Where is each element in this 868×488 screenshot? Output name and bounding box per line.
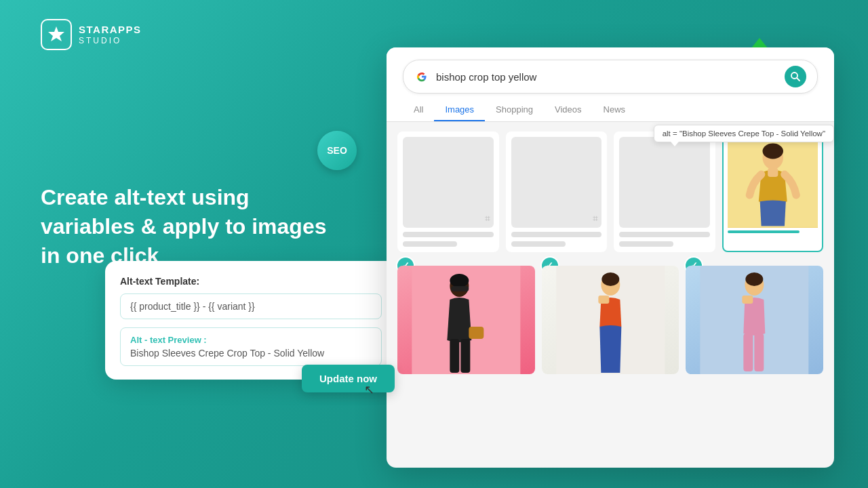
tab-images[interactable]: Images: [434, 99, 485, 121]
svg-rect-25: [755, 333, 764, 371]
logo: STARAPPS STUDIO: [41, 19, 142, 50]
star-icon: [47, 25, 66, 44]
svg-rect-19: [598, 296, 609, 304]
bottom-image-2: [542, 266, 679, 374]
cursor-icon: ↖: [364, 382, 374, 397]
template-input[interactable]: [120, 293, 382, 319]
tab-all[interactable]: All: [403, 99, 434, 121]
browser-window: bishop crop top yellow All Images Shoppi…: [387, 47, 834, 468]
search-query[interactable]: bishop crop top yellow: [436, 71, 778, 83]
text-line-1a: [403, 232, 494, 237]
tagline: Create alt-text using variables & apply …: [41, 183, 332, 271]
image-grid-top: ⌗ ⌗: [387, 122, 834, 262]
tab-videos[interactable]: Videos: [544, 99, 593, 121]
grid-cell-2: ⌗: [506, 131, 608, 252]
search-button[interactable]: [785, 66, 806, 87]
image-grid-bottom: ✓: [387, 262, 834, 384]
image-placeholder-2: ⌗: [511, 137, 602, 228]
svg-rect-14: [450, 339, 459, 373]
logo-icon: [41, 19, 72, 50]
grid-cell-3: [614, 131, 715, 252]
seo-badge: SEO: [317, 131, 357, 170]
search-bar[interactable]: bishop crop top yellow: [403, 60, 818, 94]
card-label: Alt-text Template:: [120, 276, 382, 287]
alt-tooltip: alt = "Bishop Sleeves Crepe Top - Solid …: [654, 125, 834, 142]
svg-point-22: [746, 272, 764, 286]
bottom-cell-1: ✓: [397, 266, 535, 374]
text-line-1b: [403, 241, 457, 247]
product-image: [728, 137, 818, 228]
preview-text: Bishop Sleeves Crepe Crop Top - Solid Ye…: [130, 348, 372, 359]
bottom-image-1: [397, 266, 535, 374]
search-icon: [791, 72, 800, 81]
alt-text-card: Alt-text Template: Alt - text Preview : …: [105, 261, 397, 380]
logo-text: STARAPPS STUDIO: [79, 24, 142, 45]
image-placeholder-3: [619, 137, 710, 228]
bottom-cell-3: ✓: [686, 266, 823, 374]
svg-marker-0: [48, 26, 64, 41]
svg-rect-12: [451, 286, 469, 291]
preview-box: Alt - text Preview : Bishop Sleeves Crep…: [120, 327, 382, 366]
svg-rect-8: [768, 168, 778, 177]
text-line-3b: [619, 241, 673, 247]
svg-rect-24: [744, 333, 753, 371]
svg-line-4: [797, 78, 800, 81]
text-line-2a: [511, 232, 602, 237]
svg-point-11: [450, 274, 469, 287]
svg-point-18: [601, 272, 619, 286]
bottom-cell-2: ✓: [542, 266, 679, 374]
text-line-2b: [511, 241, 566, 247]
svg-rect-15: [460, 339, 470, 373]
green-underline: [728, 230, 800, 233]
update-now-button[interactable]: Update now: [302, 365, 395, 392]
text-line-3a: [619, 232, 710, 237]
tab-shopping[interactable]: Shopping: [485, 99, 544, 121]
svg-rect-23: [743, 296, 753, 304]
grid-cell-1: ⌗: [397, 131, 499, 252]
svg-rect-13: [469, 327, 484, 339]
svg-point-7: [762, 144, 783, 159]
nav-tabs: All Images Shopping Videos News: [387, 94, 834, 122]
bottom-image-3: [686, 266, 823, 374]
preview-label: Alt - text Preview :: [130, 335, 372, 345]
image-placeholder-1: ⌗: [403, 137, 494, 228]
search-area: bishop crop top yellow: [387, 47, 834, 94]
tab-news[interactable]: News: [593, 99, 637, 121]
image-icon-2: ⌗: [593, 213, 598, 224]
left-content: Create alt-text using variables & apply …: [41, 183, 332, 271]
image-icon-1: ⌗: [485, 213, 490, 224]
grid-cell-product: [722, 131, 824, 252]
google-logo-icon: [414, 69, 429, 84]
